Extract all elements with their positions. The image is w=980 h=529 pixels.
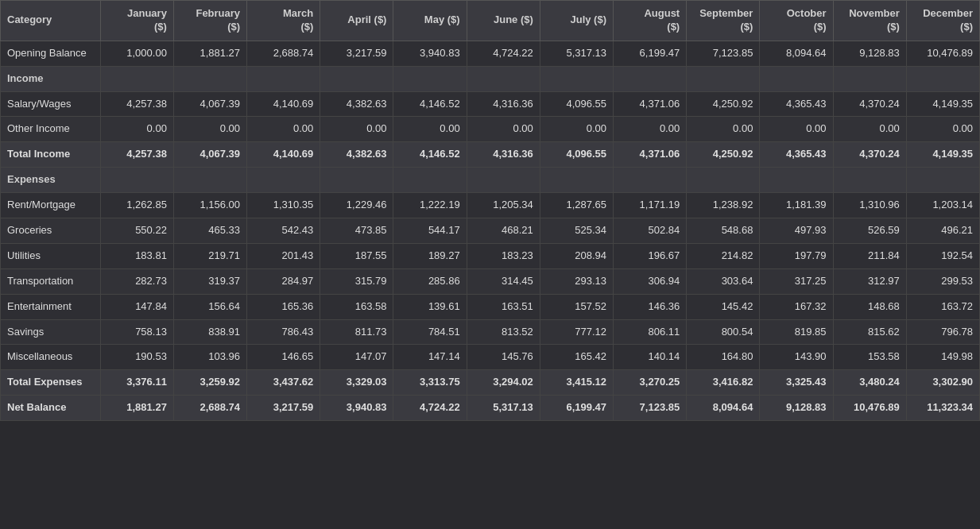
data-row: Opening Balance1,000.001,881.272,688.743…	[1, 41, 980, 66]
category-cell: Miscellaneous	[1, 345, 101, 370]
category-cell: Entertainment	[1, 294, 101, 319]
value-cell: 542.43	[247, 218, 320, 244]
value-cell: 153.58	[833, 345, 906, 370]
value-cell: 1,229.46	[320, 193, 393, 218]
data-row: Groceries550.22465.33542.43473.85544.174…	[1, 218, 980, 244]
category-cell: Income	[1, 66, 101, 91]
category-cell: Utilities	[1, 243, 101, 268]
value-cell: 525.34	[540, 218, 613, 244]
value-cell: 5,317.13	[467, 396, 540, 421]
value-cell: 0.00	[906, 117, 979, 142]
value-cell: 758.13	[100, 319, 173, 345]
value-cell: 0.00	[833, 117, 906, 142]
value-cell: 5,317.13	[540, 41, 613, 66]
value-cell: 548.68	[687, 218, 760, 244]
value-cell	[173, 168, 246, 193]
col-header-aug: August($)	[614, 1, 687, 41]
value-cell: 4,370.24	[833, 91, 906, 117]
data-row: Other Income0.000.000.000.000.000.000.00…	[1, 117, 980, 142]
value-cell: 3,376.11	[100, 370, 173, 396]
value-cell: 3,480.24	[833, 370, 906, 396]
category-cell: Other Income	[1, 117, 101, 142]
value-cell	[906, 168, 979, 193]
value-cell: 6,199.47	[614, 41, 687, 66]
value-cell: 4,365.43	[760, 91, 833, 117]
total-row: Total Expenses3,376.113,259.923,437.623,…	[1, 370, 980, 396]
value-cell: 3,329.03	[320, 370, 393, 396]
col-header-may: May ($)	[393, 1, 467, 41]
value-cell: 800.54	[687, 319, 760, 345]
value-cell: 0.00	[540, 117, 613, 142]
value-cell: 299.53	[906, 268, 979, 294]
value-cell: 1,881.27	[100, 396, 173, 421]
value-cell: 3,259.92	[173, 370, 246, 396]
value-cell: 4,371.06	[614, 91, 687, 117]
value-cell: 189.27	[393, 243, 467, 268]
value-cell: 4,146.52	[393, 142, 467, 168]
value-cell: 303.64	[687, 268, 760, 294]
value-cell: 139.61	[393, 294, 467, 319]
category-cell: Opening Balance	[1, 41, 101, 66]
col-header-sep: September($)	[687, 1, 760, 41]
value-cell: 786.43	[247, 319, 320, 345]
category-cell: Total Expenses	[1, 370, 101, 396]
value-cell: 219.71	[173, 243, 246, 268]
value-cell: 0.00	[320, 117, 393, 142]
value-cell: 146.65	[247, 345, 320, 370]
value-cell: 0.00	[100, 117, 173, 142]
value-cell	[467, 168, 540, 193]
value-cell: 0.00	[760, 117, 833, 142]
value-cell: 4,724.22	[467, 41, 540, 66]
value-cell	[247, 66, 320, 91]
value-cell	[393, 168, 467, 193]
value-cell: 3,302.90	[906, 370, 979, 396]
col-header-mar: March($)	[247, 1, 320, 41]
value-cell: 1,222.19	[393, 193, 467, 218]
data-row: Transportation282.73319.37284.97315.7928…	[1, 268, 980, 294]
value-cell: 156.64	[173, 294, 246, 319]
value-cell: 183.23	[467, 243, 540, 268]
value-cell: 4,146.52	[393, 91, 467, 117]
col-header-feb: February($)	[173, 1, 246, 41]
value-cell: 3,313.75	[393, 370, 467, 396]
value-cell: 4,257.38	[100, 91, 173, 117]
value-cell: 103.96	[173, 345, 246, 370]
value-cell: 314.45	[467, 268, 540, 294]
col-header-dec: December($)	[906, 1, 979, 41]
value-cell: 3,415.12	[540, 370, 613, 396]
value-cell	[393, 66, 467, 91]
value-cell: 4,067.39	[173, 142, 246, 168]
value-cell: 0.00	[173, 117, 246, 142]
budget-table-wrapper: CategoryJanuary($)February($)March($)Apr…	[0, 0, 980, 421]
value-cell: 3,217.59	[247, 396, 320, 421]
value-cell: 497.93	[760, 218, 833, 244]
data-row: Salary/Wages4,257.384,067.394,140.694,38…	[1, 91, 980, 117]
category-cell: Salary/Wages	[1, 91, 101, 117]
value-cell: 149.98	[906, 345, 979, 370]
value-cell	[247, 168, 320, 193]
value-cell	[614, 168, 687, 193]
value-cell: 4,250.92	[687, 142, 760, 168]
value-cell: 4,149.35	[906, 142, 979, 168]
value-cell: 811.73	[320, 319, 393, 345]
value-cell: 201.43	[247, 243, 320, 268]
value-cell: 838.91	[173, 319, 246, 345]
value-cell: 465.33	[173, 218, 246, 244]
value-cell: 777.12	[540, 319, 613, 345]
value-cell: 0.00	[687, 117, 760, 142]
value-cell: 4,382.63	[320, 91, 393, 117]
category-cell: Rent/Mortgage	[1, 193, 101, 218]
value-cell: 1,181.39	[760, 193, 833, 218]
value-cell: 4,316.36	[467, 142, 540, 168]
value-cell: 282.73	[100, 268, 173, 294]
value-cell: 143.90	[760, 345, 833, 370]
value-cell: 208.94	[540, 243, 613, 268]
net-balance-row: Net Balance1,881.272,688.743,217.593,940…	[1, 396, 980, 421]
value-cell	[833, 66, 906, 91]
value-cell: 293.13	[540, 268, 613, 294]
value-cell: 9,128.83	[760, 396, 833, 421]
value-cell: 164.80	[687, 345, 760, 370]
value-cell: 1,287.65	[540, 193, 613, 218]
value-cell: 0.00	[393, 117, 467, 142]
value-cell: 796.78	[906, 319, 979, 345]
